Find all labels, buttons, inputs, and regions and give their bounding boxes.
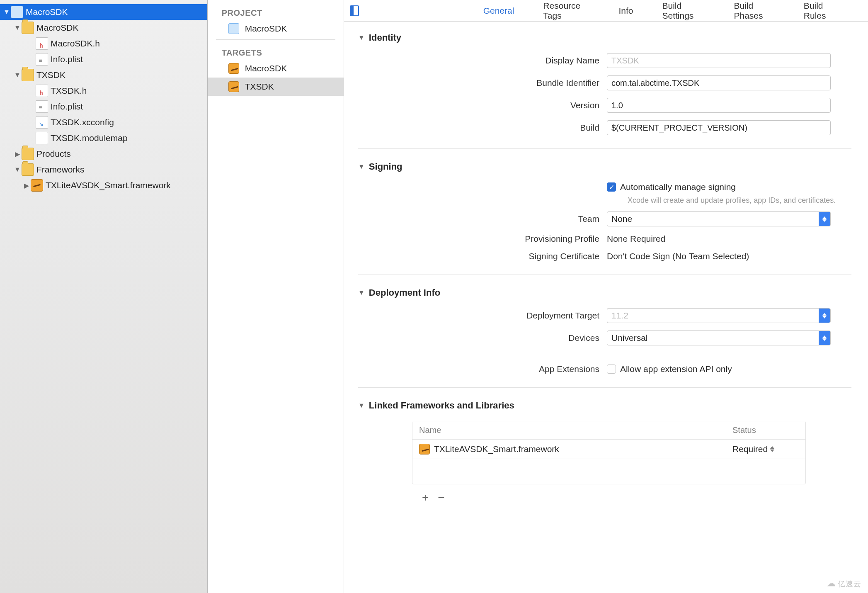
section-title: Signing [369,161,402,172]
disclosure-triangle-icon[interactable]: ▼ [2,8,11,16]
target-row-macrosdk[interactable]: MacroSDK [208,59,344,78]
section-title: Linked Frameworks and Libraries [369,400,514,411]
plist-file-icon [36,100,48,113]
divider [358,275,851,275]
nav-group-txsdk[interactable]: ▼ TXSDK [0,67,207,83]
disclosure-triangle-icon[interactable]: ▼ [13,71,22,79]
nav-file[interactable]: Info.plist [0,51,207,67]
framework-name: TXLiteAVSDK_Smart.framework [434,444,732,454]
nav-label: MacroSDK [26,7,68,17]
deploy-target-select[interactable]: 11.2 [607,308,831,323]
nav-file[interactable]: TXSDK.h [0,83,207,99]
display-name-label: Display Name [358,56,607,66]
project-icon [11,6,23,18]
tab-build-phases[interactable]: Build Phases [734,1,774,21]
version-input[interactable] [607,98,831,113]
divider [358,387,851,388]
dropdown-arrow-icon [819,331,830,345]
framework-status[interactable]: Required [732,444,768,454]
header-file-icon [36,85,48,97]
section-linked[interactable]: ▼ Linked Frameworks and Libraries [358,400,851,411]
build-input[interactable] [607,120,831,135]
disclosure-triangle-icon[interactable]: ▶ [22,182,31,190]
nav-label: Frameworks [36,165,85,175]
tab-general[interactable]: General [483,6,514,16]
editor-tabs: General Resource Tags Info Build Setting… [344,0,868,22]
auto-signing-label: Automatically manage signing [620,182,736,192]
linked-table: Name Status TXLiteAVSDK_Smart.framework … [412,421,806,484]
nav-label: TXSDK.h [51,86,87,96]
disclosure-triangle-icon[interactable]: ▶ [13,150,22,158]
devices-label: Devices [358,333,607,343]
nav-file[interactable]: Info.plist [0,99,207,114]
table-row[interactable]: TXLiteAVSDK_Smart.framework Required [412,440,805,459]
folder-icon [22,163,34,176]
nav-label: Products [36,149,71,159]
project-header: PROJECT [208,0,344,19]
disclosure-triangle-icon[interactable]: ▼ [13,166,22,173]
watermark: 亿速云 [827,578,861,589]
section-identity[interactable]: ▼ Identity [358,32,851,43]
targets-list: PROJECT MacroSDK TARGETS MacroSDK TXSDK [208,0,344,593]
nav-file[interactable]: TXSDK.modulemap [0,130,207,146]
app-ext-checkbox[interactable] [607,365,616,374]
nav-root[interactable]: ▼ MacroSDK [0,4,207,20]
target-name: TXSDK [245,82,274,92]
project-name: MacroSDK [245,24,287,34]
nav-file-framework[interactable]: ▶ TXLiteAVSDK_Smart.framework [0,177,207,193]
nav-label: Info.plist [51,102,83,112]
deploy-target-value: 11.2 [611,311,628,321]
col-status: Status [732,425,799,435]
status-stepper-icon[interactable] [770,446,774,452]
cert-label: Signing Certificate [358,251,607,261]
nav-label: MacroSDK [36,23,79,33]
project-row[interactable]: MacroSDK [208,19,344,38]
chevron-down-icon: ▼ [358,34,365,41]
build-label: Build [358,123,607,133]
nav-group-macrosdk[interactable]: ▼ MacroSDK [0,20,207,36]
version-label: Version [358,100,607,110]
plist-file-icon [36,53,48,66]
team-label: Team [358,214,607,224]
target-row-txsdk[interactable]: TXSDK [208,78,344,96]
devices-select[interactable]: Universal [607,331,831,345]
framework-icon [419,444,430,454]
auto-signing-checkbox[interactable]: ✓ [607,182,616,192]
nav-group-frameworks[interactable]: ▼ Frameworks [0,162,207,177]
nav-label: MacroSDK.h [51,39,100,49]
target-icon [228,63,239,74]
add-framework-button[interactable]: + [422,491,429,504]
cert-value: Don't Code Sign (No Team Selected) [607,251,749,261]
section-signing[interactable]: ▼ Signing [358,161,851,172]
project-icon [228,23,239,34]
section-title: Identity [369,32,401,43]
framework-icon [31,179,43,192]
nav-file[interactable]: MacroSDK.h [0,36,207,51]
tab-build-rules[interactable]: Build Rules [804,1,839,21]
file-icon [36,132,48,144]
team-select[interactable]: None [607,211,831,226]
nav-label: Info.plist [51,54,83,64]
tab-info[interactable]: Info [618,6,633,16]
disclosure-triangle-icon[interactable]: ▼ [13,24,22,32]
tab-resource-tags[interactable]: Resource Tags [543,1,589,21]
dropdown-arrow-icon [819,309,830,323]
side-panel-toggle-icon[interactable] [350,5,359,16]
header-file-icon [36,37,48,50]
targets-header: TARGETS [208,40,344,59]
nav-label: TXSDK [36,70,65,80]
nav-group-products[interactable]: ▶ Products [0,146,207,162]
prov-value: None Required [607,234,665,244]
col-name: Name [419,425,732,435]
section-deployment[interactable]: ▼ Deployment Info [358,287,851,298]
deploy-target-label: Deployment Target [358,311,607,321]
chevron-down-icon: ▼ [358,402,365,409]
remove-framework-button[interactable]: − [438,491,444,504]
bundle-id-input[interactable] [607,75,831,90]
folder-icon [22,148,34,160]
display-name-input[interactable] [607,53,831,68]
nav-label: TXSDK.modulemap [51,133,128,143]
team-value: None [611,214,632,224]
nav-file[interactable]: TXSDK.xcconfig [0,114,207,130]
tab-build-settings[interactable]: Build Settings [662,1,705,21]
